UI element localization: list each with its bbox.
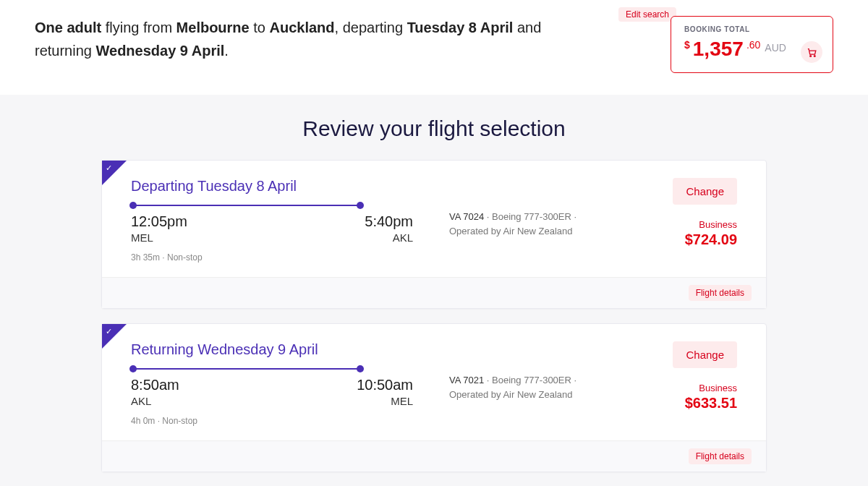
cart-icon[interactable] [801, 41, 822, 63]
flight-details-button[interactable]: Flight details [689, 285, 752, 301]
route-line-icon [131, 205, 362, 206]
search-summary-bar: One adult flying from Melbourne to Auckl… [0, 0, 868, 95]
flight-number: VA 7024 [449, 211, 484, 222]
destination-city: Auckland [270, 20, 335, 35]
change-button[interactable]: Change [673, 341, 737, 368]
fare-price: $724.09 [685, 231, 737, 248]
flight-card-departing: ✓ Departing Tuesday 8 April 12:05pm MEL … [101, 160, 767, 309]
depart-code: AKL [131, 395, 179, 407]
arrive-code: MEL [357, 395, 413, 407]
passenger-count: One adult [35, 20, 101, 35]
check-icon: ✓ [106, 163, 112, 173]
change-button[interactable]: Change [673, 178, 737, 205]
duration-stops: 4h 0m · Non-stop [131, 416, 427, 426]
search-summary-text: One adult flying from Melbourne to Auckl… [35, 16, 584, 62]
booking-total-label: BOOKING TOTAL [684, 25, 820, 33]
flight-info: VA 7021 · Boeing 777-300ER · Operated by… [449, 341, 607, 401]
depart-code: MEL [131, 231, 187, 244]
depart-date: Tuesday 8 April [407, 20, 514, 35]
arrive-time: 10:50am [357, 377, 413, 393]
flight-number: VA 7021 [449, 375, 484, 385]
route-line-icon [131, 368, 362, 370]
fare-class: Business [685, 383, 737, 393]
depart-time: 12:05pm [131, 213, 187, 230]
fare-class: Business [685, 219, 737, 230]
fare-price: $633.51 [685, 395, 737, 412]
duration-stops: 3h 35m · Non-stop [131, 252, 427, 263]
origin-city: Melbourne [176, 20, 250, 35]
arrive-code: AKL [365, 231, 413, 244]
leg-title: Returning Wednesday 9 April [131, 341, 427, 358]
check-icon: ✓ [106, 327, 112, 336]
flight-details-button[interactable]: Flight details [689, 448, 752, 464]
svg-point-1 [814, 55, 815, 56]
edit-search-button[interactable]: Edit search [618, 7, 676, 22]
depart-time: 8:50am [131, 377, 179, 393]
return-date: Wednesday 9 April [96, 43, 225, 59]
page-title: Review your flight selection [0, 116, 868, 141]
leg-title: Departing Tuesday 8 April [131, 178, 427, 195]
booking-total-panel: BOOKING TOTAL $ 1,357 .60 AUD [671, 16, 833, 73]
arrive-time: 5:40pm [365, 213, 413, 230]
flight-card-returning: ✓ Returning Wednesday 9 April 8:50am AKL… [101, 323, 767, 472]
flight-info: VA 7024 · Boeing 777-300ER · Operated by… [449, 178, 607, 238]
booking-total-price: $ 1,357 .60 AUD [684, 38, 820, 61]
svg-point-0 [809, 55, 811, 56]
